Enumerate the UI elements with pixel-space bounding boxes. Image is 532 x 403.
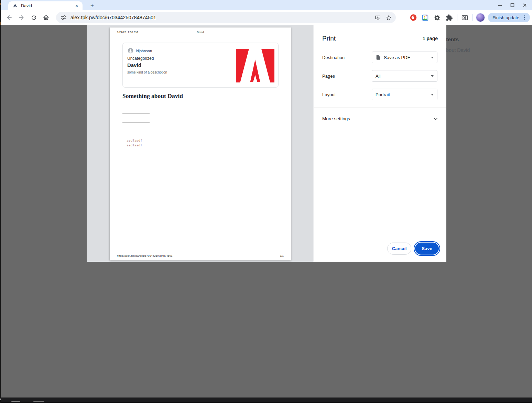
pages-label: Pages [322, 74, 335, 79]
tab-title: David [21, 3, 74, 8]
more-settings-label: More settings [322, 116, 350, 121]
side-panel-search-icon[interactable] [460, 13, 469, 22]
blank-line [122, 127, 150, 127]
forward-button[interactable] [15, 12, 27, 23]
profile-avatar[interactable] [476, 13, 485, 22]
layout-select[interactable]: Portrait [372, 89, 437, 100]
url-text[interactable]: alex.tpk.pw/doc/670344250784874501 [70, 15, 371, 20]
toolbar-separator [473, 14, 473, 21]
background-contents-heading: tents [446, 36, 459, 43]
code-line: asdfasdf [127, 143, 142, 148]
chevron-down-icon [431, 94, 434, 96]
card-description: some kind of a description [127, 70, 167, 74]
document-code-block: asdfasdf asdfasdf [127, 138, 142, 148]
site-favicon-icon [12, 3, 18, 9]
layout-value: Portrait [376, 92, 390, 97]
print-dialog-title: Print [322, 35, 336, 42]
pages-select[interactable]: All [372, 70, 437, 82]
minimize-button[interactable] [496, 1, 504, 9]
preview-footer-page-number: 1/1 [280, 254, 284, 257]
blank-line [122, 122, 150, 123]
destination-value: Save as PDF [384, 55, 410, 60]
finish-update-button[interactable]: Finish update [488, 13, 530, 22]
adobe-logo-icon [236, 49, 274, 82]
print-preview-panel: 1/24/26, 1:50 PM David idjohnson Uncateg… [87, 25, 314, 262]
tab-close-icon[interactable]: × [74, 3, 80, 9]
destination-select[interactable]: Save as PDF [372, 52, 437, 63]
home-button[interactable] [40, 12, 52, 23]
adblock-extension-icon[interactable] [409, 13, 418, 22]
screenshot-extension-icon[interactable] [421, 13, 430, 22]
page-overlay: tents bout David 1/24/26, 1:50 PM David … [1, 25, 532, 398]
settings-gear-extension-icon[interactable] [433, 13, 442, 22]
finish-update-label: Finish update [492, 15, 519, 20]
edge-mark [0, 22, 1, 25]
background-contents-link: bout David [446, 47, 470, 53]
document-section-heading: Something about David [122, 92, 183, 100]
reload-button[interactable] [28, 12, 40, 23]
browser-tab[interactable]: David × [8, 1, 83, 10]
preview-page: 1/24/26, 1:50 PM David idjohnson Uncateg… [110, 27, 291, 260]
preview-header-title: David [110, 31, 291, 34]
edge-mark [0, 399, 1, 400]
taskbar-item [33, 401, 44, 402]
pdf-document-icon [376, 55, 381, 60]
layout-label: Layout [322, 92, 336, 97]
user-avatar-icon [128, 48, 133, 54]
dialog-divider [314, 108, 446, 108]
site-settings-icon[interactable] [60, 14, 67, 21]
bookmark-star-icon[interactable] [384, 13, 393, 22]
chevron-down-icon [433, 116, 439, 122]
save-button[interactable]: Save [415, 243, 439, 255]
maximize-button[interactable] [509, 1, 516, 9]
window-controls [496, 0, 529, 10]
document-blank-lines [122, 109, 150, 131]
card-title: David [127, 62, 141, 68]
edge-mark [0, 3, 1, 5]
preview-footer-url: https://alex.tpk.pw/doc/6703442507848745… [117, 254, 172, 257]
new-tab-button[interactable]: + [88, 2, 96, 10]
pages-value: All [376, 74, 380, 79]
window-edge-strip [0, 0, 1, 403]
blank-line [122, 113, 150, 114]
document-card: idjohnson Uncategorized David some kind … [122, 43, 279, 88]
browser-toolbar: alex.tpk.pw/doc/670344250784874501 [0, 10, 532, 25]
dialog-footer: Cancel Save [387, 243, 439, 255]
page-count: 1 page [423, 36, 438, 41]
install-app-icon[interactable] [373, 13, 382, 22]
blank-line [122, 118, 150, 118]
extension-area: Finish update [409, 11, 530, 24]
card-username: idjohnson [136, 49, 152, 53]
chevron-down-icon [431, 57, 434, 58]
taskbar-item [11, 401, 20, 402]
browser-titlebar: David × + [0, 0, 532, 10]
destination-label: Destination [322, 55, 345, 60]
card-category: Uncategorized [127, 56, 154, 61]
back-button[interactable] [3, 12, 15, 23]
taskbar[interactable] [0, 398, 532, 403]
toolbar-separator [457, 14, 457, 21]
print-dialog: Print 1 page Destination Save as PDF Pag… [313, 25, 446, 262]
code-line: asdfasdf [127, 138, 142, 143]
cancel-button[interactable]: Cancel [387, 243, 411, 255]
close-window-button[interactable] [521, 1, 529, 9]
extensions-puzzle-icon[interactable] [445, 13, 454, 22]
chevron-down-icon [431, 75, 434, 77]
blank-line [122, 109, 150, 109]
url-bar[interactable]: alex.tpk.pw/doc/670344250784874501 [56, 12, 396, 23]
browser-menu-icon[interactable] [522, 14, 528, 21]
more-settings-toggle[interactable]: More settings [314, 114, 446, 124]
